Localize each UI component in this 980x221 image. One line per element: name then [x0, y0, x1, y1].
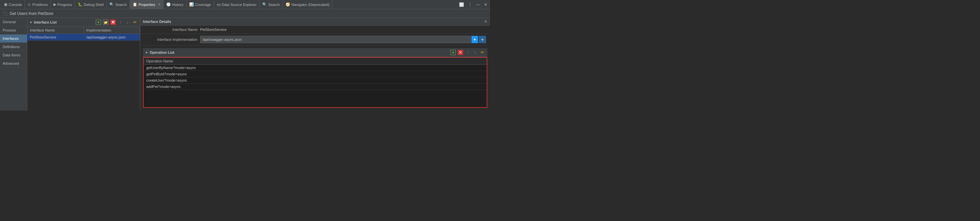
main-layout: General Process Interfaces Definitions D…	[0, 18, 490, 110]
down-arrow-icon: ↓	[127, 20, 129, 25]
search2-icon: 🔍	[262, 2, 267, 6]
tab-navigator[interactable]: 🧭 Navigator (Deprecated)	[283, 0, 332, 9]
delete-operation-button[interactable]: ✕	[457, 49, 463, 55]
sidebar-item-advanced[interactable]: Advanced	[0, 59, 27, 68]
interface-name-row: Interface Name PetStoreService	[140, 25, 490, 34]
history-icon: 🕐	[166, 2, 171, 6]
edit-interface-button[interactable]: ✏	[132, 19, 138, 25]
interface-table-header: Interface Name Implementation	[27, 27, 140, 34]
delete-operation-icon: ✕	[458, 50, 463, 55]
add-interface-button[interactable]: +	[95, 19, 102, 25]
tab-debug-shell[interactable]: 🐛 Debug Shell	[75, 0, 107, 9]
operation-list-title: Operation List	[150, 51, 175, 54]
up-op-icon: ↑	[467, 50, 469, 55]
delete-icon: ✕	[110, 20, 116, 25]
list-item[interactable]: addPet?mode=async	[143, 84, 487, 90]
tab-console[interactable]: ▣ Console	[1, 0, 25, 9]
navigator-icon: 🧭	[286, 2, 290, 6]
operation-name-header: Operation Name	[143, 58, 487, 65]
list-item[interactable]: createUser?mode=async	[143, 77, 487, 84]
tab-search2[interactable]: 🔍 Search	[259, 0, 283, 9]
tab-bar-actions: ⬜ ⋮ — ✕	[458, 2, 489, 8]
page-title: Get Users from PetStore	[10, 11, 53, 16]
edit-icon: ✏	[133, 20, 137, 25]
delete-interface-button[interactable]: ✕	[110, 19, 116, 25]
menu-button[interactable]: ⋮	[467, 2, 473, 8]
add-operation-button[interactable]: +	[450, 49, 456, 55]
tab-coverage[interactable]: 📊 Coverage	[186, 0, 214, 9]
sidebar-item-general[interactable]: General	[0, 18, 27, 26]
operation-table: Operation Name getUserByName?mode=async …	[143, 57, 487, 108]
tab-datasource[interactable]: 🗃 Data Source Explorer	[214, 0, 259, 9]
progress-icon: ▶	[54, 2, 56, 6]
details-close-button[interactable]: ✕	[484, 19, 487, 24]
impl-dropdown-button[interactable]: ▼	[471, 36, 478, 43]
maximize-button[interactable]: ⬜	[458, 2, 465, 8]
tab-search1[interactable]: 🔍 Search	[107, 0, 130, 9]
edit-operation-button[interactable]: ✏	[479, 49, 485, 55]
up-arrow-icon: ↑	[119, 20, 121, 25]
close-window-button[interactable]: ✕	[483, 2, 489, 8]
interface-list-title: Interface List	[34, 20, 57, 24]
interface-name-column-header: Interface Name	[27, 27, 84, 33]
operation-section: ▼ Operation List + ✕ ↑ ↓ ✏ Ope	[143, 48, 487, 108]
search1-icon: 🔍	[109, 2, 114, 6]
datasource-icon: 🗃	[217, 3, 220, 6]
edit-op-icon: ✏	[481, 50, 484, 55]
interface-impl-row: Interface Implementation ▼ +	[140, 34, 490, 46]
add-impl-button[interactable]: +	[479, 36, 486, 43]
folder-icon: 📁	[103, 20, 108, 25]
interface-impl-input-group: ▼ +	[200, 36, 486, 43]
tab-history[interactable]: 🕐 History	[164, 0, 186, 9]
collapse-arrow-icon[interactable]: ▼	[29, 21, 33, 24]
interface-name-cell: PetStoreService	[27, 34, 84, 41]
debug-icon: 🐛	[78, 2, 83, 6]
move-op-up-button[interactable]: ↑	[465, 49, 471, 55]
interface-list-header: ▼ Interface List + 📁 ✕ ↑ ↓ ✏	[27, 18, 140, 27]
folder-button[interactable]: 📁	[103, 19, 109, 25]
details-title: Interface Details	[143, 20, 171, 24]
interface-table: Interface Name Implementation PetStoreSe…	[27, 27, 140, 110]
move-op-down-button[interactable]: ↓	[472, 49, 478, 55]
interface-impl-input[interactable]	[200, 36, 471, 43]
operation-list-header: ▼ Operation List + ✕ ↑ ↓ ✏	[143, 48, 487, 57]
title-bar: ⬛ Get Users from PetStore	[0, 9, 490, 18]
operation-collapse-icon[interactable]: ▼	[145, 51, 148, 54]
properties-close-icon[interactable]: ✕	[158, 3, 161, 6]
sidebar-item-interfaces[interactable]: Interfaces	[0, 35, 27, 43]
minimize-button[interactable]: —	[475, 2, 481, 8]
details-panel: Interface Details ✕ Interface Name PetSt…	[140, 18, 490, 110]
tab-problems[interactable]: ⚠ Problems	[25, 0, 51, 9]
problems-icon: ⚠	[28, 2, 31, 6]
implementation-cell: /api/swagger-async.json	[84, 34, 140, 41]
list-item[interactable]: getUserByName?mode=async	[143, 65, 487, 71]
console-icon: ▣	[4, 2, 7, 6]
tab-progress[interactable]: ▶ Progress	[51, 0, 75, 9]
sidebar-item-process[interactable]: Process	[0, 26, 27, 35]
sidebar-item-data-items[interactable]: Data Items	[0, 51, 27, 59]
add-operation-icon: +	[450, 50, 456, 55]
interface-name-value: PetStoreService	[200, 28, 486, 32]
coverage-icon: 📊	[189, 2, 194, 6]
add-icon: +	[96, 20, 101, 25]
list-item[interactable]: getPetById?mode=async	[143, 71, 487, 77]
move-up-button[interactable]: ↑	[117, 19, 123, 25]
tab-properties[interactable]: 📋 Properties ✕	[130, 0, 164, 9]
table-row[interactable]: PetStoreService /api/swagger-async.json	[27, 34, 140, 41]
details-header: Interface Details ✕	[140, 18, 490, 25]
tab-bar: ▣ Console ⚠ Problems ▶ Progress 🐛 Debug …	[0, 0, 490, 9]
interface-name-label: Interface Name	[144, 28, 197, 32]
sidebar-item-definitions[interactable]: Definitions	[0, 43, 27, 51]
title-icon: ⬛	[3, 11, 8, 16]
move-down-button[interactable]: ↓	[125, 19, 130, 25]
sidebar: General Process Interfaces Definitions D…	[0, 18, 27, 110]
down-op-icon: ↓	[474, 50, 476, 55]
interface-impl-label: Interface Implementation	[144, 38, 197, 41]
interface-panel: ▼ Interface List + 📁 ✕ ↑ ↓ ✏ Interfa	[27, 18, 140, 110]
implementation-column-header: Implementation	[84, 27, 140, 33]
properties-icon: 📋	[133, 2, 137, 6]
